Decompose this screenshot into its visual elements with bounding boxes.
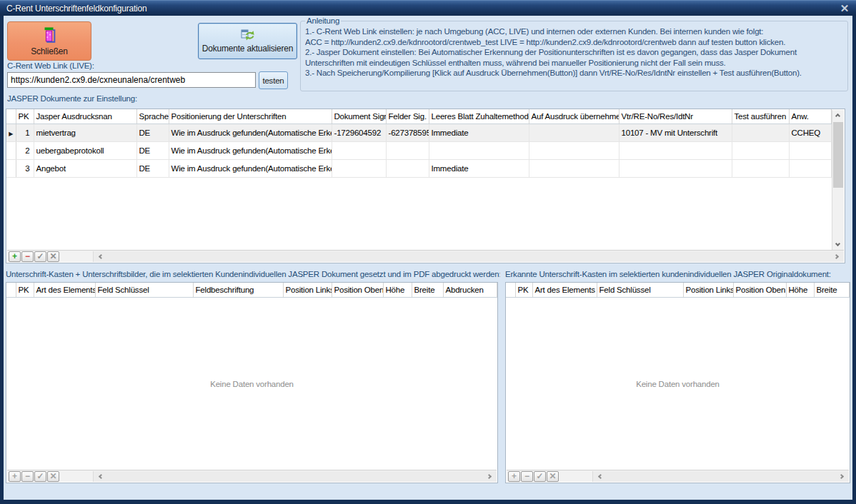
scrollbar-thumb[interactable] <box>833 122 843 188</box>
confirm-edit-button[interactable]: ✓ <box>34 471 46 482</box>
column-header-ausdrucksname[interactable]: Jasper Ausdrucksnan <box>34 109 136 124</box>
cell-positionierung: Wie im Ausdruck gefunden(Automatische Er… <box>169 141 332 159</box>
cancel-edit-button[interactable]: ✕ <box>47 251 59 262</box>
cell-sprache: DE <box>136 124 169 141</box>
confirm-edit-button[interactable]: ✓ <box>34 251 46 262</box>
app-window: C-Rent Unterschriftenfeldkonfiguration ✕… <box>0 0 856 504</box>
cell-dokument-sign <box>332 159 386 177</box>
column-header-leeres-blatt[interactable]: Leeres Blatt Zuhaltemethode <box>429 109 529 124</box>
column-header-pk[interactable]: PK <box>16 109 34 124</box>
grid-toolbar: + − ✓ ✕ <box>507 470 849 482</box>
cell-felder-sig <box>386 141 429 159</box>
cell-auf-ausdruck <box>529 159 619 177</box>
cell-felder-sig: -627378595 <box>386 124 429 141</box>
cell-auf-ausdruck <box>529 141 619 159</box>
anleitung-legend: Anleitung <box>305 16 341 25</box>
horizontal-scrollbar[interactable] <box>592 471 849 482</box>
horizontal-scrollbar[interactable] <box>93 251 844 262</box>
dokumente-aktualisieren-button[interactable]: Dokumente aktualisieren <box>198 23 297 59</box>
grid-toolbar: + − ✓ ✕ <box>7 470 497 482</box>
right-panel-label: Erkannte Unterschrift-Kasten im selektie… <box>505 270 850 278</box>
cell-anw <box>789 141 832 159</box>
cell-leeres-blatt <box>429 141 529 159</box>
horizontal-scrollbar[interactable] <box>93 471 497 482</box>
column-header-auf-ausdruck[interactable]: Auf Ausdruck übernehmen <box>529 109 619 124</box>
left-panel-label: Unterschrift-Kasten + Unterschriftsbilde… <box>6 270 500 278</box>
anleitung-line: Unterschriften mit eindeutigen Schlüssel… <box>305 58 843 69</box>
column-header-position-links[interactable]: Position Links <box>283 283 332 297</box>
dialog-content: Schließen Dokumente aktualisieren C-Rent… <box>4 16 852 500</box>
add-row-button[interactable]: + <box>508 471 520 482</box>
scroll-right-icon[interactable] <box>834 254 839 259</box>
column-header-sprache[interactable]: Sprache <box>136 109 169 124</box>
column-header-breite[interactable]: Breite <box>412 283 443 297</box>
scroll-left-icon[interactable] <box>598 474 603 479</box>
anleitung-line: 2.- Jasper Dokument einstellen: Bei Auto… <box>305 47 843 58</box>
testen-button[interactable]: testen <box>259 71 288 89</box>
refresh-label: Dokumente aktualisieren <box>202 44 293 54</box>
column-header-positionierung[interactable]: Positionierung der Unterschriften <box>169 109 332 124</box>
cell-test <box>732 159 789 177</box>
add-row-button[interactable]: + <box>9 251 21 262</box>
add-row-button[interactable]: + <box>9 471 21 482</box>
anleitung-line: 1.- C-Rent Web Link einstellen: je nach … <box>305 26 843 37</box>
selected-row-icon: ▶ <box>9 131 13 137</box>
weblink-input[interactable] <box>7 72 256 88</box>
remove-row-button[interactable]: − <box>21 471 34 482</box>
row-selector-header <box>6 283 16 297</box>
column-header-position-oben[interactable]: Position Oben <box>733 283 786 297</box>
scroll-up-icon[interactable] <box>835 114 840 119</box>
jasper-section-label: JASPER Dokumente zur Einstellung: <box>7 94 137 103</box>
scroll-left-icon[interactable] <box>99 254 104 259</box>
cell-sprache: DE <box>136 141 169 159</box>
column-header-feld-schluessel[interactable]: Feld Schlüssel <box>597 283 683 297</box>
table-row[interactable]: ▶ 1 mietvertrag DE Wie im Ausdruck gefun… <box>6 124 832 141</box>
column-header-art[interactable]: Art des Elements <box>34 283 95 297</box>
scroll-right-icon[interactable] <box>487 474 492 479</box>
cell-ausdrucksname: uebergabeprotokoll <box>34 141 136 159</box>
column-header-hoehe[interactable]: Höhe <box>383 283 412 297</box>
cell-test <box>732 141 789 159</box>
scroll-left-icon[interactable] <box>99 474 104 479</box>
column-header-anw[interactable]: Anw. <box>789 109 832 124</box>
cell-positionierung: Wie im Ausdruck gefunden(Automatische Er… <box>169 159 332 177</box>
column-header-abdrucken[interactable]: Abdrucken <box>443 283 497 297</box>
cell-positionierung: Wie im Ausdruck gefunden(Automatische Er… <box>169 124 332 141</box>
column-header-vtr[interactable]: Vtr/RE-No/Res/IdtNr <box>619 109 732 124</box>
grid-toolbar: + − ✓ ✕ <box>7 250 844 262</box>
column-header-position-links[interactable]: Position Links <box>683 283 733 297</box>
column-header-position-oben[interactable]: Position Oben <box>332 283 383 297</box>
scroll-down-icon[interactable] <box>835 241 840 246</box>
cell-pk: 1 <box>16 124 34 141</box>
refresh-icon <box>241 29 255 41</box>
cell-vtr <box>619 141 732 159</box>
table-row[interactable]: 3 Angebot DE Wie im Ausdruck gefunden(Au… <box>6 159 832 177</box>
schliessen-button[interactable]: Schließen <box>7 21 91 61</box>
erkannte-kasten-grid: PK Art des Elements Feld Schlüssel Posit… <box>505 282 850 483</box>
scroll-right-icon[interactable] <box>839 474 844 479</box>
remove-row-button[interactable]: − <box>521 471 533 482</box>
confirm-edit-button[interactable]: ✓ <box>534 471 546 482</box>
table-row[interactable]: 2 uebergabeprotokoll DE Wie im Ausdruck … <box>6 141 832 159</box>
cell-vtr <box>619 159 732 177</box>
cell-dokument-sign <box>332 141 386 159</box>
remove-row-button[interactable]: − <box>21 251 34 262</box>
column-header-hoehe[interactable]: Höhe <box>786 283 814 297</box>
column-header-art[interactable]: Art des Elements <box>532 283 597 297</box>
cell-ausdrucksname: Angebot <box>34 159 136 177</box>
column-header-feldbeschriftung[interactable]: Feldbeschriftung <box>193 283 283 297</box>
anleitung-line: 3.- Nach Speicherung/Kompilierung [Klick… <box>305 68 843 79</box>
close-icon[interactable]: ✕ <box>840 3 849 14</box>
column-header-pk[interactable]: PK <box>16 283 34 297</box>
vertical-scrollbar[interactable] <box>832 110 844 250</box>
column-header-dokument-sign[interactable]: Dokument Sign. <box>332 109 386 124</box>
header-row: PK Art des Elements Feld Schlüssel Feldb… <box>6 283 497 297</box>
column-header-test[interactable]: Test ausführen <box>732 109 789 124</box>
cancel-edit-button[interactable]: ✕ <box>547 471 559 482</box>
column-header-felder-sig[interactable]: Felder Sig. <box>386 109 429 124</box>
cancel-edit-button[interactable]: ✕ <box>47 471 59 482</box>
column-header-breite[interactable]: Breite <box>814 283 850 297</box>
column-header-pk[interactable]: PK <box>515 283 532 297</box>
cell-auf-ausdruck <box>529 124 619 141</box>
column-header-feld-schluessel[interactable]: Feld Schlüssel <box>95 283 193 297</box>
